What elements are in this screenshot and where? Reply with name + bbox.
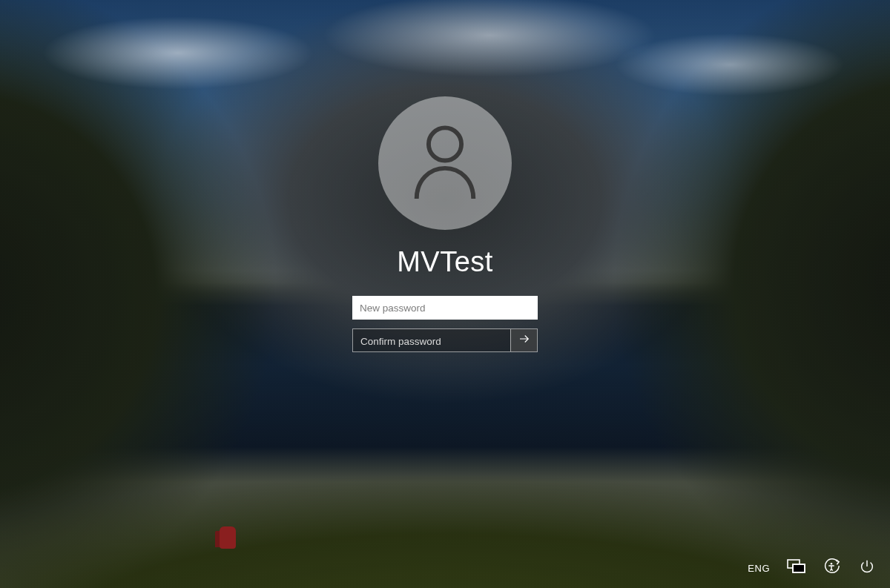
confirm-password-input[interactable]: [353, 329, 510, 353]
svg-point-0: [429, 128, 461, 160]
ease-of-access-icon: [823, 558, 840, 578]
ease-of-access-button[interactable]: [822, 558, 841, 578]
login-panel: MVTest: [297, 96, 593, 352]
username-label: MVTest: [397, 246, 493, 278]
system-tray: ENG: [748, 558, 877, 578]
power-button[interactable]: [857, 558, 877, 578]
network-button[interactable]: [786, 558, 805, 578]
new-password-field-wrap: [352, 296, 538, 320]
person-icon: [409, 122, 481, 204]
network-icon: [785, 558, 806, 578]
svg-point-4: [831, 563, 833, 565]
language-indicator[interactable]: ENG: [748, 563, 770, 574]
submit-button[interactable]: [510, 329, 537, 351]
power-icon: [859, 558, 875, 578]
new-password-input[interactable]: [352, 296, 538, 320]
svg-rect-2: [793, 564, 805, 572]
arrow-right-icon: [518, 332, 531, 348]
confirm-password-field-wrap: [352, 328, 538, 352]
user-avatar: [378, 96, 512, 230]
